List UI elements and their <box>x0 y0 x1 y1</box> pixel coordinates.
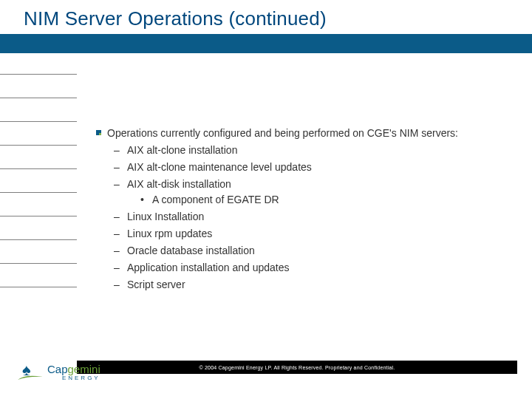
lead-bullet: Operations currently configured and bein… <box>96 126 502 141</box>
logo-sub: ENERGY <box>47 375 100 381</box>
square-bullet-icon <box>96 130 101 135</box>
list-item: Application installation and updates <box>114 260 502 276</box>
list-item-label: Linux rpm updates <box>127 228 212 239</box>
content-block: Operations currently configured and bein… <box>96 126 502 294</box>
sub-list: A component of EGATE DR <box>140 192 502 208</box>
sub-list-item: A component of EGATE DR <box>140 192 502 208</box>
list-item-label: Script server <box>127 279 185 290</box>
list-item-label: Oracle database installation <box>127 245 255 256</box>
logo-text: Capgemini ENERGY <box>47 364 100 381</box>
list-item-label: Linux Installation <box>127 211 204 222</box>
list-item-label: AIX alt-clone maintenance level updates <box>127 161 312 173</box>
title-bar <box>0 34 532 53</box>
list-item: Script server <box>114 277 502 293</box>
logo-brand: Capgemini <box>47 364 100 375</box>
left-gridlines <box>0 74 77 318</box>
swoosh-icon <box>18 374 43 381</box>
footer-bar: © 2004 Capgemini Energy LP. All Rights R… <box>77 361 517 374</box>
logo-mark-icon: ♠ <box>18 362 43 383</box>
list-item: Oracle database installation <box>114 243 502 259</box>
operations-list: AIX alt-clone installationAIX alt-clone … <box>114 143 502 293</box>
list-item: AIX alt-clone installation <box>114 143 502 158</box>
slide-title: NIM Server Operations (continued) <box>24 7 517 30</box>
list-item: Linux Installation <box>114 209 502 225</box>
footer-text: © 2004 Capgemini Energy LP. All Rights R… <box>200 365 395 370</box>
list-item: Linux rpm updates <box>114 226 502 242</box>
list-item: AIX alt-clone maintenance level updates <box>114 160 502 175</box>
slide: NIM Server Operations (continued) Operat… <box>0 0 532 399</box>
title-area: NIM Server Operations (continued) <box>24 7 517 30</box>
list-item-label: Application installation and updates <box>127 262 290 273</box>
list-item: AIX alt-disk installationA component of … <box>114 177 502 208</box>
logo: ♠ Capgemini ENERGY <box>18 362 100 383</box>
list-item-label: AIX alt-disk installation <box>127 178 231 190</box>
lead-text: Operations currently configured and bein… <box>107 126 502 141</box>
list-item-label: AIX alt-clone installation <box>127 144 237 156</box>
